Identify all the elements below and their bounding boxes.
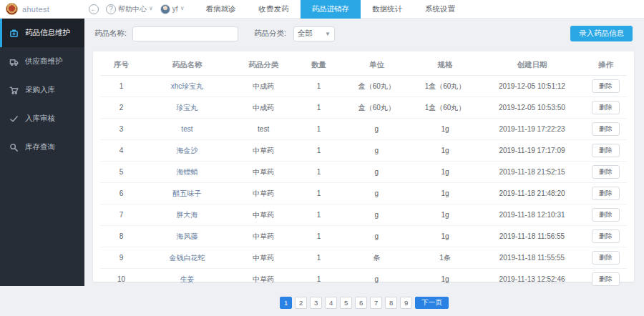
table-row: 8海风藤中草药1g1g2019-11-18 11:56:55删除 xyxy=(100,226,627,247)
sidebar-item[interactable]: 药品信息维护 xyxy=(0,19,84,47)
page-button[interactable]: 2 xyxy=(295,297,307,309)
column-header: 数量 xyxy=(295,54,342,76)
drug-unit: g xyxy=(343,269,411,290)
row-actions: 删除 xyxy=(585,226,627,247)
sidebar-item[interactable]: 入库审核 xyxy=(0,104,84,133)
drug-qty: 1 xyxy=(295,226,342,247)
delete-button[interactable]: 删除 xyxy=(592,101,620,114)
row-index: 7 xyxy=(100,204,142,226)
chevron-down-icon: ∨ xyxy=(180,5,185,11)
drug-unit: 盒（60丸） xyxy=(343,97,411,119)
next-page-button[interactable]: 下一页 xyxy=(415,297,449,309)
sidebar-item[interactable]: 采购入库 xyxy=(0,76,84,104)
sidebar-item[interactable]: 库存查询 xyxy=(0,133,84,162)
row-index: 1 xyxy=(100,76,142,97)
drug-spec: 1g xyxy=(411,226,479,247)
drug-name: 海金沙 xyxy=(142,140,232,162)
delete-button[interactable]: 删除 xyxy=(592,272,620,286)
top-nav-item[interactable]: 收费发药 xyxy=(248,0,301,19)
drug-category: test xyxy=(232,119,295,140)
check-icon xyxy=(9,114,19,124)
page-button[interactable]: 8 xyxy=(385,297,397,309)
avatar xyxy=(160,4,170,14)
medicine-box-icon xyxy=(9,29,19,38)
sidebar-item[interactable]: 供应商维护 xyxy=(0,47,84,76)
table-row: 6醋五味子中草药1g1g2019-11-18 21:48:20删除 xyxy=(100,183,627,204)
back-icon[interactable]: ← xyxy=(89,4,99,14)
drug-category: 中草药 xyxy=(232,162,295,183)
drug-qty: 1 xyxy=(295,204,342,226)
created-date: 2019-11-18 11:56:55 xyxy=(479,226,585,247)
column-header: 规格 xyxy=(411,54,479,76)
main-content: 药品名称: 药品分类: 全部 ▼ 录入药品信息 序号药品名称药品分类数量单位规格… xyxy=(84,19,644,316)
question-icon: ? xyxy=(106,4,116,14)
sidebar-item-label: 供应商维护 xyxy=(25,56,63,66)
delete-button[interactable]: 删除 xyxy=(592,165,620,179)
row-index: 8 xyxy=(100,226,142,247)
drug-spec: 1条 xyxy=(411,247,479,269)
app-logo-icon xyxy=(6,3,18,15)
delete-button[interactable]: 删除 xyxy=(592,79,620,93)
drug-category: 中草药 xyxy=(232,226,295,247)
page-button[interactable]: 3 xyxy=(310,297,322,309)
drug-unit: g xyxy=(343,204,411,226)
add-drug-button[interactable]: 录入药品信息 xyxy=(570,26,633,41)
table-row: 10生姜中草药1g1g2019-11-13 12:52:46删除 xyxy=(100,269,627,290)
page-button[interactable]: 4 xyxy=(325,297,337,309)
page-button[interactable]: 7 xyxy=(370,297,382,309)
filter-bar: 药品名称: 药品分类: 全部 ▼ 录入药品信息 xyxy=(84,19,644,49)
drug-table-card: 序号药品名称药品分类数量单位规格创建日期操作 1xhc珍宝丸中成药1盒（60丸）… xyxy=(93,51,634,282)
drug-category: 中草药 xyxy=(232,183,295,204)
page-button[interactable]: 1 xyxy=(280,297,292,309)
delete-button[interactable]: 删除 xyxy=(592,208,620,222)
top-nav-item[interactable]: 药品进销存 xyxy=(301,0,361,19)
top-nav-item[interactable]: 系统设置 xyxy=(414,0,467,19)
drug-unit: g xyxy=(343,183,411,204)
row-actions: 删除 xyxy=(585,119,627,140)
created-date: 2019-11-18 21:52:15 xyxy=(479,162,585,183)
table-row: 2珍宝丸中成药1盒（60丸）1盒（60丸）2019-12-05 10:53:50… xyxy=(100,97,627,119)
column-header: 药品分类 xyxy=(232,54,295,76)
brand-name: ahutest xyxy=(22,5,49,14)
delete-button[interactable]: 删除 xyxy=(592,122,620,136)
created-date: 2019-11-19 17:17:09 xyxy=(479,140,585,162)
row-actions: 删除 xyxy=(585,97,627,119)
drug-qty: 1 xyxy=(295,119,342,140)
drug-unit: g xyxy=(343,226,411,247)
drug-qty: 1 xyxy=(295,97,342,119)
top-nav-item[interactable]: 看病就诊 xyxy=(195,0,248,19)
row-index: 6 xyxy=(100,183,142,204)
row-index: 3 xyxy=(100,119,142,140)
delete-button[interactable]: 删除 xyxy=(592,144,620,157)
drug-qty: 1 xyxy=(295,76,342,97)
brand: ahutest xyxy=(0,3,84,15)
top-header: ahutest ← ? 帮助中心 ∨ yf ∨ 看病就诊收费发药药品进销存数据统… xyxy=(0,0,644,19)
chevron-down-icon: ∨ xyxy=(149,5,153,11)
drug-spec: 1g xyxy=(411,140,479,162)
page-button[interactable]: 5 xyxy=(340,297,352,309)
user-menu[interactable]: yf ∨ xyxy=(160,4,185,14)
page-button[interactable]: 9 xyxy=(400,297,412,309)
drug-name: 海风藤 xyxy=(142,226,232,247)
delete-button[interactable]: 删除 xyxy=(592,187,620,200)
delete-button[interactable]: 删除 xyxy=(592,229,620,243)
drug-name: test xyxy=(142,119,232,140)
help-center-label: 帮助中心 xyxy=(118,4,147,14)
drug-category-select[interactable]: 全部 ▼ xyxy=(293,26,335,41)
row-actions: 删除 xyxy=(585,247,627,269)
drug-category: 中草药 xyxy=(232,247,295,269)
column-header: 创建日期 xyxy=(479,54,585,76)
row-index: 4 xyxy=(100,140,142,162)
drug-name-input[interactable] xyxy=(132,26,238,41)
drug-name: 金钱白花蛇 xyxy=(142,247,232,269)
row-actions: 删除 xyxy=(585,140,627,162)
page-button[interactable]: 6 xyxy=(355,297,367,309)
delete-button[interactable]: 删除 xyxy=(592,251,620,265)
drug-unit: 盒（60丸） xyxy=(343,76,411,97)
top-nav-item[interactable]: 数据统计 xyxy=(361,0,414,19)
table-row: 9金钱白花蛇中草药1条1条2019-11-18 11:55:55删除 xyxy=(100,247,627,269)
help-center-link[interactable]: ? 帮助中心 ∨ xyxy=(106,4,153,14)
drug-category: 中草药 xyxy=(232,204,295,226)
row-actions: 删除 xyxy=(585,183,627,204)
drug-qty: 1 xyxy=(295,183,342,204)
